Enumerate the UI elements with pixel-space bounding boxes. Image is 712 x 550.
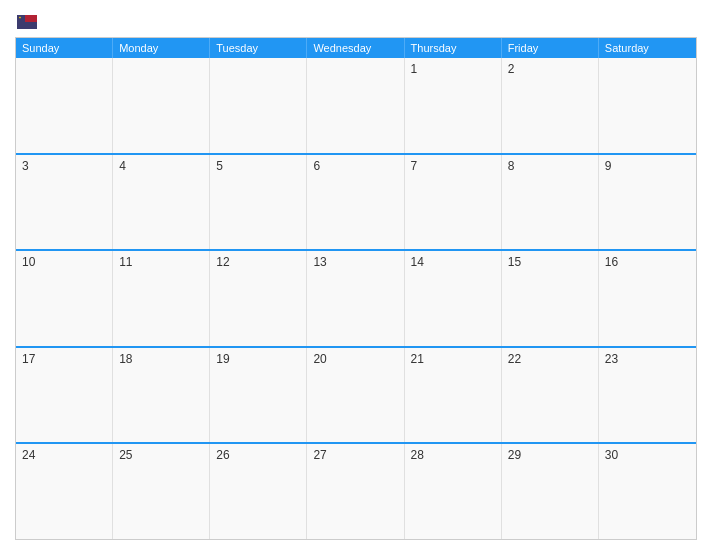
- day-cell: 21: [405, 348, 502, 443]
- day-cell: 6: [307, 155, 404, 250]
- day-header-friday: Friday: [502, 38, 599, 58]
- day-number: 26: [216, 448, 229, 462]
- day-number: 29: [508, 448, 521, 462]
- week-row-2: 3456789: [16, 153, 696, 250]
- day-cell: 3: [16, 155, 113, 250]
- day-cell: 19: [210, 348, 307, 443]
- day-header-monday: Monday: [113, 38, 210, 58]
- day-cell: 27: [307, 444, 404, 539]
- day-cell: 30: [599, 444, 696, 539]
- day-number: 8: [508, 159, 515, 173]
- day-cell: 15: [502, 251, 599, 346]
- day-cell: 10: [16, 251, 113, 346]
- svg-rect-2: [17, 15, 25, 22]
- day-cell: 17: [16, 348, 113, 443]
- week-row-4: 17181920212223: [16, 346, 696, 443]
- day-cell: [113, 58, 210, 153]
- day-header-sunday: Sunday: [16, 38, 113, 58]
- day-cell: 26: [210, 444, 307, 539]
- day-number: 25: [119, 448, 132, 462]
- day-header-saturday: Saturday: [599, 38, 696, 58]
- day-number: 19: [216, 352, 229, 366]
- day-number: 24: [22, 448, 35, 462]
- day-cell: 2: [502, 58, 599, 153]
- calendar-grid: SundayMondayTuesdayWednesdayThursdayFrid…: [15, 37, 697, 540]
- day-cell: 29: [502, 444, 599, 539]
- day-cell: 1: [405, 58, 502, 153]
- day-cell: 23: [599, 348, 696, 443]
- day-number: 10: [22, 255, 35, 269]
- weeks-container: 1234567891011121314151617181920212223242…: [16, 58, 696, 539]
- day-number: 7: [411, 159, 418, 173]
- day-number: 3: [22, 159, 29, 173]
- day-cell: 20: [307, 348, 404, 443]
- day-number: 27: [313, 448, 326, 462]
- day-number: 22: [508, 352, 521, 366]
- day-cell: 7: [405, 155, 502, 250]
- day-cell: 18: [113, 348, 210, 443]
- day-number: 21: [411, 352, 424, 366]
- day-header-thursday: Thursday: [405, 38, 502, 58]
- day-cell: [210, 58, 307, 153]
- day-cell: [307, 58, 404, 153]
- week-row-1: 12: [16, 58, 696, 153]
- day-cell: 24: [16, 444, 113, 539]
- day-number: 16: [605, 255, 618, 269]
- day-number: 18: [119, 352, 132, 366]
- day-cell: 28: [405, 444, 502, 539]
- calendar-page: SundayMondayTuesdayWednesdayThursdayFrid…: [0, 0, 712, 550]
- day-cell: [16, 58, 113, 153]
- day-number: 17: [22, 352, 35, 366]
- day-number: 9: [605, 159, 612, 173]
- day-number: 2: [508, 62, 515, 76]
- day-number: 5: [216, 159, 223, 173]
- day-cell: 14: [405, 251, 502, 346]
- day-number: 28: [411, 448, 424, 462]
- svg-rect-1: [17, 22, 37, 29]
- day-number: 20: [313, 352, 326, 366]
- day-cell: 22: [502, 348, 599, 443]
- day-number: 4: [119, 159, 126, 173]
- day-cell: 25: [113, 444, 210, 539]
- day-number: 6: [313, 159, 320, 173]
- day-cell: 13: [307, 251, 404, 346]
- day-number: 23: [605, 352, 618, 366]
- day-cell: [599, 58, 696, 153]
- day-headers-row: SundayMondayTuesdayWednesdayThursdayFrid…: [16, 38, 696, 58]
- day-cell: 5: [210, 155, 307, 250]
- day-cell: 4: [113, 155, 210, 250]
- day-cell: 11: [113, 251, 210, 346]
- day-cell: 9: [599, 155, 696, 250]
- week-row-3: 10111213141516: [16, 249, 696, 346]
- day-number: 13: [313, 255, 326, 269]
- day-number: 15: [508, 255, 521, 269]
- day-cell: 16: [599, 251, 696, 346]
- logo: [15, 15, 37, 29]
- day-cell: 8: [502, 155, 599, 250]
- logo-flag-icon: [17, 15, 37, 29]
- day-number: 1: [411, 62, 418, 76]
- calendar-header: [15, 10, 697, 37]
- day-number: 12: [216, 255, 229, 269]
- day-cell: 12: [210, 251, 307, 346]
- day-header-tuesday: Tuesday: [210, 38, 307, 58]
- week-row-5: 24252627282930: [16, 442, 696, 539]
- day-number: 14: [411, 255, 424, 269]
- day-number: 30: [605, 448, 618, 462]
- day-number: 11: [119, 255, 132, 269]
- day-header-wednesday: Wednesday: [307, 38, 404, 58]
